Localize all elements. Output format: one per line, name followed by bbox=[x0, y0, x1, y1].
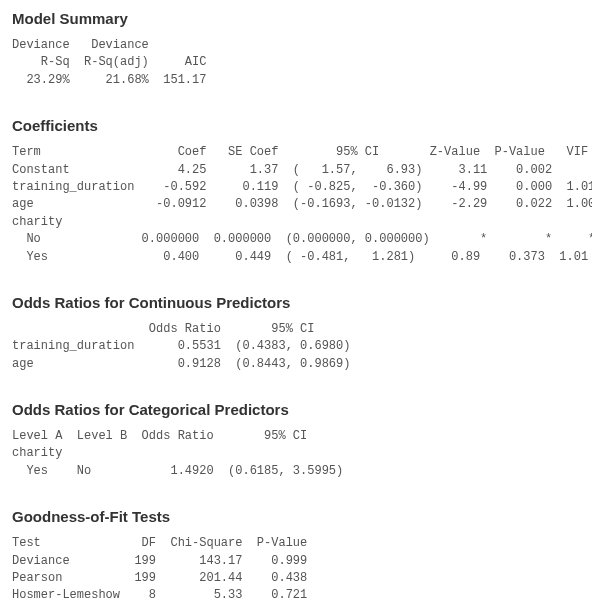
model-summary-row: 23.29% 21.68% 151.17 bbox=[12, 73, 206, 87]
model-summary-header1: Deviance Deviance bbox=[12, 38, 149, 52]
gof-header: Test DF Chi-Square P-Value bbox=[12, 536, 307, 550]
coefficients-block: Term Coef SE Coef 95% CI Z-Value P-Value… bbox=[12, 144, 580, 266]
table-row: Pearson 199 201.44 0.438 bbox=[12, 571, 307, 585]
table-row: Yes 0.400 0.449 ( -0.481, 1.281) 0.89 0.… bbox=[12, 250, 588, 264]
section-title-gof: Goodness-of-Fit Tests bbox=[12, 508, 580, 525]
odds-continuous-header: Odds Ratio 95% CI bbox=[12, 322, 314, 336]
table-row: charity bbox=[12, 215, 62, 229]
odds-categorical-block: Level A Level B Odds Ratio 95% CI charit… bbox=[12, 428, 580, 480]
section-title-odds-categorical: Odds Ratios for Categorical Predictors bbox=[12, 401, 580, 418]
table-row: age -0.0912 0.0398 (-0.1693, -0.0132) -2… bbox=[12, 197, 592, 211]
model-summary-header2: R-Sq R-Sq(adj) AIC bbox=[12, 55, 206, 69]
section-title-model-summary: Model Summary bbox=[12, 10, 580, 27]
table-row: Yes No 1.4920 (0.6185, 3.5995) bbox=[12, 464, 343, 478]
table-row: age 0.9128 (0.8443, 0.9869) bbox=[12, 357, 350, 371]
model-summary-block: Deviance Deviance R-Sq R-Sq(adj) AIC 23.… bbox=[12, 37, 580, 89]
gof-block: Test DF Chi-Square P-Value Deviance 199 … bbox=[12, 535, 580, 605]
section-title-coefficients: Coefficients bbox=[12, 117, 580, 134]
table-row: charity bbox=[12, 446, 62, 460]
section-title-odds-continuous: Odds Ratios for Continuous Predictors bbox=[12, 294, 580, 311]
table-row: training_duration 0.5531 (0.4383, 0.6980… bbox=[12, 339, 350, 353]
table-row: Hosmer-Lemeshow 8 5.33 0.721 bbox=[12, 588, 307, 602]
odds-categorical-header: Level A Level B Odds Ratio 95% CI bbox=[12, 429, 307, 443]
table-row: No 0.000000 0.000000 (0.000000, 0.000000… bbox=[12, 232, 592, 246]
coefficients-header: Term Coef SE Coef 95% CI Z-Value P-Value… bbox=[12, 145, 588, 159]
table-row: Deviance 199 143.17 0.999 bbox=[12, 554, 307, 568]
table-row: training_duration -0.592 0.119 ( -0.825,… bbox=[12, 180, 592, 194]
odds-continuous-block: Odds Ratio 95% CI training_duration 0.55… bbox=[12, 321, 580, 373]
table-row: Constant 4.25 1.37 ( 1.57, 6.93) 3.11 0.… bbox=[12, 163, 552, 177]
